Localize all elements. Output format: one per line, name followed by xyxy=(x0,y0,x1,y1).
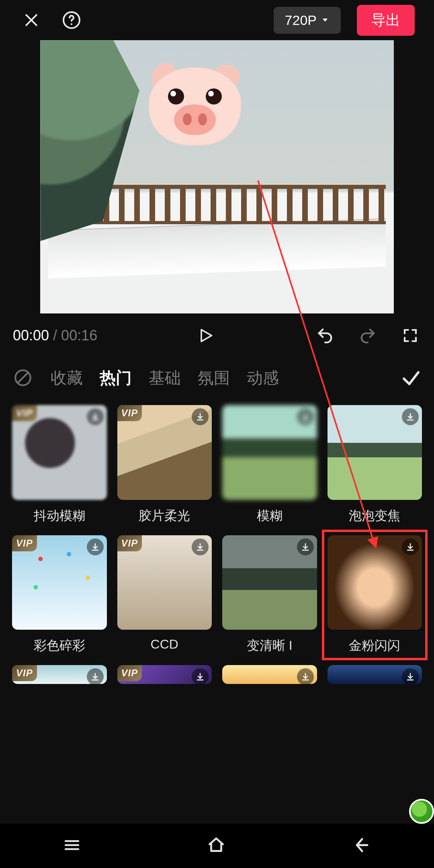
download-icon[interactable] xyxy=(87,538,104,555)
watermark-logo xyxy=(409,799,434,824)
download-icon[interactable] xyxy=(192,538,209,555)
download-icon[interactable] xyxy=(297,538,314,555)
effect-thumb xyxy=(222,535,317,630)
confirm-icon[interactable] xyxy=(400,367,422,389)
close-icon[interactable] xyxy=(19,8,43,32)
tab-basic[interactable]: 基础 xyxy=(149,367,181,389)
effect-thumb xyxy=(328,535,422,630)
time-separator: / xyxy=(49,327,61,344)
download-icon[interactable] xyxy=(192,668,209,684)
effect-item[interactable]: VIP xyxy=(117,665,212,684)
effect-item[interactable]: VIP彩色碎彩 xyxy=(12,535,107,655)
undo-icon[interactable] xyxy=(314,325,336,346)
svg-line-6 xyxy=(18,373,28,383)
chevron-down-icon xyxy=(321,16,330,25)
download-icon[interactable] xyxy=(402,408,419,425)
effect-thumb xyxy=(328,665,422,684)
effect-name: 胶片柔光 xyxy=(139,507,190,525)
effect-item[interactable]: VIPCCD xyxy=(117,535,212,655)
download-icon[interactable] xyxy=(402,538,419,555)
effect-item[interactable]: 泡泡变焦 xyxy=(328,405,422,525)
effect-item[interactable]: 金粉闪闪 xyxy=(328,535,422,655)
download-icon[interactable] xyxy=(402,668,419,684)
effect-name: 泡泡变焦 xyxy=(349,507,400,525)
svg-marker-4 xyxy=(201,330,212,341)
current-time: 00:00 xyxy=(13,327,49,344)
effect-item[interactable] xyxy=(328,665,422,684)
back-icon[interactable] xyxy=(351,835,372,857)
system-nav-bar xyxy=(0,824,434,868)
effect-thumb xyxy=(328,405,422,500)
effect-name: 模糊 xyxy=(257,507,283,525)
effect-item[interactable] xyxy=(222,665,317,684)
help-icon[interactable] xyxy=(59,8,84,32)
app-root: 720P 导出 00:00 / 00:16 xyxy=(0,0,434,868)
tab-dynamic[interactable]: 动感 xyxy=(247,367,279,389)
redo-icon[interactable] xyxy=(357,325,379,346)
vip-badge: VIP xyxy=(117,535,142,551)
tab-favorites[interactable]: 收藏 xyxy=(51,367,83,389)
category-tabs: 收藏 热门 基础 氛围 动感 xyxy=(0,358,434,398)
effect-thumb xyxy=(222,665,317,684)
home-icon[interactable] xyxy=(206,835,226,857)
download-icon[interactable] xyxy=(87,408,104,425)
vip-badge: VIP xyxy=(117,665,142,681)
timecode: 00:00 / 00:16 xyxy=(13,327,97,344)
preview-area xyxy=(0,40,434,313)
pig-sticker[interactable] xyxy=(149,61,241,145)
effect-name: 金粉闪闪 xyxy=(349,637,400,655)
none-effect-icon[interactable] xyxy=(12,367,34,389)
menu-icon[interactable] xyxy=(62,835,82,856)
download-icon[interactable] xyxy=(297,668,314,684)
play-icon[interactable] xyxy=(195,325,217,346)
download-icon[interactable] xyxy=(192,408,209,425)
effect-item[interactable]: VIP胶片柔光 xyxy=(117,405,212,525)
effect-item[interactable]: VIP抖动模糊 xyxy=(12,405,107,525)
tab-hot[interactable]: 热门 xyxy=(100,367,132,389)
effect-thumb: VIP xyxy=(117,535,212,630)
effect-thumb xyxy=(222,405,317,500)
effect-thumb: VIP xyxy=(12,535,107,630)
effect-thumb: VIP xyxy=(12,405,107,500)
effect-name: 抖动模糊 xyxy=(34,507,85,525)
export-button[interactable]: 导出 xyxy=(357,5,415,36)
effect-name: 变清晰 I xyxy=(247,637,293,655)
effect-thumb: VIP xyxy=(12,665,107,684)
vip-badge: VIP xyxy=(117,405,142,421)
svg-point-3 xyxy=(71,23,72,25)
fullscreen-icon[interactable] xyxy=(399,325,421,346)
resolution-label: 720P xyxy=(285,12,317,28)
effect-thumb: VIP xyxy=(117,665,212,684)
player-controls: 00:00 / 00:16 xyxy=(0,313,434,358)
download-icon[interactable] xyxy=(297,408,314,425)
effect-name: 彩色碎彩 xyxy=(34,637,85,655)
tab-atmosphere[interactable]: 氛围 xyxy=(198,367,230,389)
effect-item[interactable]: 变清晰 I xyxy=(222,535,317,655)
effect-name: CCD xyxy=(151,637,178,652)
effect-thumb: VIP xyxy=(117,405,212,500)
download-icon[interactable] xyxy=(87,668,104,684)
resolution-button[interactable]: 720P xyxy=(274,7,341,34)
top-bar: 720P 导出 xyxy=(0,0,434,40)
effect-item[interactable]: VIP xyxy=(12,665,107,684)
vip-badge: VIP xyxy=(12,665,37,681)
effect-item[interactable]: 模糊 xyxy=(222,405,317,525)
vip-badge: VIP xyxy=(12,405,37,421)
effects-panel: VIP抖动模糊VIP胶片柔光模糊泡泡变焦VIP彩色碎彩VIPCCD变清晰 I金粉… xyxy=(0,398,434,824)
export-label: 导出 xyxy=(371,12,400,28)
total-time: 00:16 xyxy=(61,327,97,344)
video-preview[interactable] xyxy=(40,40,394,313)
vip-badge: VIP xyxy=(12,535,37,551)
